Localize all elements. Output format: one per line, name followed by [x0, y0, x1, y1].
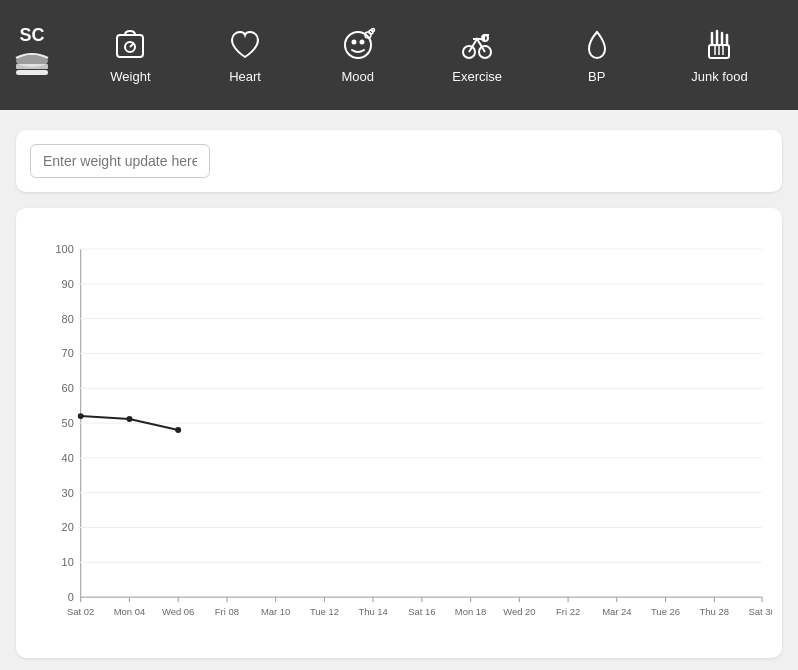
- weight-chart-container: 100 90 80 70 60 50 40: [16, 208, 782, 658]
- weight-icon: [112, 27, 148, 63]
- svg-text:50: 50: [62, 417, 74, 429]
- logo-area: SC: [12, 26, 52, 84]
- svg-point-8: [360, 40, 363, 43]
- sidebar-item-exercise[interactable]: Exercise: [440, 19, 514, 92]
- svg-text:100: 100: [55, 243, 73, 255]
- svg-text:20: 20: [62, 521, 74, 533]
- svg-text:Sat 02: Sat 02: [67, 606, 94, 617]
- junk-food-icon: [701, 27, 737, 63]
- svg-text:40: 40: [62, 452, 74, 464]
- chart-point: [175, 427, 181, 433]
- sidebar-item-bp[interactable]: BP: [567, 19, 627, 92]
- heart-icon: [227, 27, 263, 63]
- svg-text:Tue 26: Tue 26: [651, 606, 680, 617]
- main-content: 100 90 80 70 60 50 40: [0, 110, 798, 670]
- logo-text: SC: [19, 26, 44, 44]
- svg-text:Fri 08: Fri 08: [215, 606, 239, 617]
- svg-text:Wed 06: Wed 06: [162, 606, 194, 617]
- sidebar-item-mood[interactable]: Mood: [328, 19, 388, 92]
- svg-text:Thu 28: Thu 28: [700, 606, 729, 617]
- exercise-icon: [459, 27, 495, 63]
- svg-line-5: [130, 43, 134, 47]
- heart-label: Heart: [229, 69, 261, 84]
- svg-text:Wed 20: Wed 20: [503, 606, 535, 617]
- svg-text:Mar 24: Mar 24: [602, 606, 631, 617]
- svg-point-6: [345, 32, 371, 58]
- svg-point-7: [352, 40, 355, 43]
- junk-food-label: Junk food: [691, 69, 747, 84]
- chart-wrapper: 100 90 80 70 60 50 40: [26, 228, 772, 648]
- svg-text:Tue 12: Tue 12: [310, 606, 339, 617]
- svg-text:Mon 18: Mon 18: [455, 606, 486, 617]
- svg-text:30: 30: [62, 487, 74, 499]
- bp-label: BP: [588, 69, 605, 84]
- svg-text:90: 90: [62, 278, 74, 290]
- logo-icon: [12, 44, 52, 84]
- exercise-label: Exercise: [452, 69, 502, 84]
- svg-text:0: 0: [68, 591, 74, 603]
- sidebar-item-heart[interactable]: Heart: [215, 19, 275, 92]
- svg-text:Mon 04: Mon 04: [114, 606, 145, 617]
- svg-rect-0: [16, 70, 48, 75]
- svg-text:60: 60: [62, 382, 74, 394]
- weight-input-container: [16, 130, 782, 192]
- svg-text:Thu 14: Thu 14: [358, 606, 387, 617]
- chart-point: [78, 413, 84, 419]
- svg-text:Fri 22: Fri 22: [556, 606, 580, 617]
- mood-icon: [340, 27, 376, 63]
- sidebar-item-junk-food[interactable]: Junk food: [679, 19, 759, 92]
- app-header: SC Weight Heart: [0, 0, 798, 110]
- svg-text:Mar 10: Mar 10: [261, 606, 290, 617]
- svg-text:Sat 16: Sat 16: [408, 606, 435, 617]
- bp-icon: [579, 27, 615, 63]
- svg-point-11: [371, 28, 374, 31]
- weight-chart: 100 90 80 70 60 50 40: [26, 228, 772, 648]
- nav-bar: Weight Heart Mood: [72, 19, 786, 92]
- svg-text:70: 70: [62, 347, 74, 359]
- chart-point: [126, 416, 132, 422]
- svg-text:Sat 30: Sat 30: [748, 606, 772, 617]
- weight-label: Weight: [110, 69, 150, 84]
- weight-input[interactable]: [30, 144, 210, 178]
- svg-text:80: 80: [62, 313, 74, 325]
- mood-label: Mood: [341, 69, 374, 84]
- svg-text:10: 10: [62, 556, 74, 568]
- sidebar-item-weight[interactable]: Weight: [98, 19, 162, 92]
